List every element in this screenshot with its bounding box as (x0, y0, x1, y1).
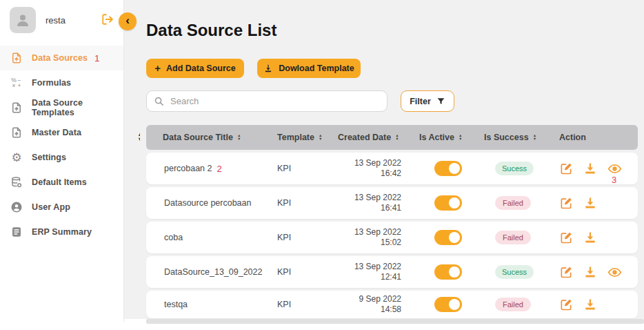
cell-is-success: Failed (476, 196, 552, 210)
status-badge: Sucess (495, 265, 534, 279)
sidebar-item-formulas[interactable]: %−×+ Formulas (0, 70, 123, 95)
cell-is-active (407, 195, 476, 211)
header-data-source-title[interactable]: Data Source Title ▲▼ (146, 133, 277, 142)
app-window: resta Data Sources 1 (0, 0, 644, 330)
edit-icon[interactable] (559, 196, 573, 210)
header-created-date[interactable]: Created Date ▲▼ (338, 133, 407, 142)
header-action: Action (552, 133, 638, 142)
cell-title: percobaan 2 2 (146, 164, 277, 174)
cell-is-success: Sucess (476, 162, 552, 175)
annotation-3: 3 (612, 175, 616, 185)
header-template[interactable]: Template ▲▼ (277, 133, 338, 142)
cell-action (552, 298, 638, 311)
sidebar-item-user-app[interactable]: User App (0, 195, 123, 220)
cell-is-success: Failed (476, 231, 552, 244)
time-text: 12:41 (338, 272, 401, 282)
database-gear-icon (10, 175, 23, 189)
edit-icon[interactable] (559, 231, 573, 244)
cell-is-active (407, 161, 476, 176)
cell-template: KPI (277, 267, 338, 277)
search-icon (154, 96, 164, 106)
annotation-2: 2 (217, 164, 222, 174)
date-text: 9 Sep 2022 (338, 294, 401, 304)
time-text: 15:02 (338, 237, 401, 248)
data-source-title: DataSource_13_09_2022 (164, 267, 262, 277)
table-row: coba KPI 13 Sep 2022 15:02 Failed (146, 222, 638, 253)
sidebar: resta Data Sources 1 (0, 0, 124, 322)
sort-icon[interactable]: ▲▼ (459, 134, 462, 141)
chevron-left-icon: ‹ (125, 14, 130, 28)
add-data-source-button[interactable]: + Add Data Source (146, 59, 244, 78)
eye-icon[interactable] (607, 265, 621, 279)
table-row: testqa KPI 9 Sep 2022 14:58 Failed (146, 291, 638, 318)
cell-title: coba (146, 233, 277, 242)
cell-action (552, 196, 638, 210)
date-text: 13 Sep 2022 (338, 158, 401, 168)
download-icon[interactable] (583, 265, 597, 279)
download-icon[interactable] (583, 162, 597, 175)
cell-is-success: Sucess (476, 265, 552, 279)
filter-button[interactable]: Filter (401, 90, 454, 112)
gear-icon: ⚙ (10, 151, 23, 164)
download-icon[interactable] (583, 231, 597, 244)
time-text: 16:41 (338, 203, 401, 213)
eye-icon[interactable]: 3 (607, 162, 621, 175)
sidebar-item-default-items[interactable]: Default Items (0, 170, 123, 195)
formulas-icon: %−×+ (10, 76, 23, 90)
cell-action: 3 (552, 162, 638, 175)
sidebar-item-data-sources[interactable]: Data Sources 1 (0, 46, 123, 70)
sidebar-item-data-source-templates[interactable]: Data Source Templates (0, 95, 123, 120)
sort-icon[interactable]: ▲▼ (533, 134, 536, 141)
annotation-1: 1 (94, 53, 100, 64)
edit-icon[interactable] (559, 298, 573, 311)
cell-created-date: 9 Sep 2022 14:58 (338, 294, 407, 315)
clipped-column-sliver: ▲ ▼ (137, 131, 140, 142)
cell-action (552, 265, 638, 279)
download-template-label: Dowload Template (279, 64, 354, 73)
header-is-success[interactable]: Is Success ▲▼ (476, 133, 552, 142)
cell-template: KPI (277, 198, 338, 208)
filter-label: Filter (410, 97, 431, 106)
times-glyph: × (11, 83, 17, 88)
file-upload-icon (10, 126, 23, 139)
sort-icon[interactable]: ▲▼ (319, 134, 322, 141)
data-source-title: testqa (164, 300, 188, 309)
action-buttons-row: + Add Data Source Dowload Template (146, 59, 361, 78)
download-icon[interactable] (583, 196, 597, 210)
header-label: Is Active (419, 133, 454, 142)
header-is-active[interactable]: Is Active ▲▼ (407, 133, 476, 142)
avatar (10, 7, 36, 33)
funnel-icon (436, 97, 445, 106)
document-icon (10, 225, 23, 239)
active-toggle[interactable] (434, 161, 462, 176)
horizontal-scrollbar[interactable] (146, 319, 644, 324)
active-toggle[interactable] (434, 195, 462, 211)
active-toggle[interactable] (434, 297, 462, 312)
sort-icon[interactable]: ▲▼ (237, 134, 241, 141)
page-title: Data Source List (146, 21, 276, 40)
date-text: 13 Sep 2022 (338, 227, 401, 237)
cell-created-date: 13 Sep 2022 16:42 (338, 158, 407, 179)
cell-title: Datasource percobaan (146, 198, 277, 208)
active-toggle[interactable] (434, 230, 462, 245)
logout-icon[interactable] (101, 13, 115, 27)
active-toggle[interactable] (434, 264, 462, 280)
download-icon[interactable] (583, 298, 597, 311)
edit-icon[interactable] (559, 162, 573, 175)
sidebar-item-erp-summary[interactable]: ERP Summary (0, 220, 123, 244)
sidebar-collapse-button[interactable]: ‹ (119, 12, 137, 30)
sort-icon[interactable]: ▲▼ (395, 134, 399, 141)
add-data-source-label: Add Data Source (166, 64, 236, 73)
user-circle-icon (10, 200, 23, 214)
header-label: Action (559, 133, 586, 142)
plus-icon: + (154, 62, 161, 74)
edit-icon[interactable] (559, 265, 573, 279)
download-template-button[interactable]: Dowload Template (257, 59, 361, 78)
sidebar-item-label: Master Data (32, 128, 81, 137)
sidebar-item-label: Data Sources (32, 53, 88, 63)
table-row: percobaan 2 2 KPI 13 Sep 2022 16:42 Suce… (146, 153, 638, 184)
sidebar-item-master-data[interactable]: Master Data (0, 120, 123, 145)
status-badge: Failed (495, 231, 531, 244)
sidebar-item-settings[interactable]: ⚙ Settings (0, 145, 123, 170)
search-input[interactable] (170, 96, 380, 106)
